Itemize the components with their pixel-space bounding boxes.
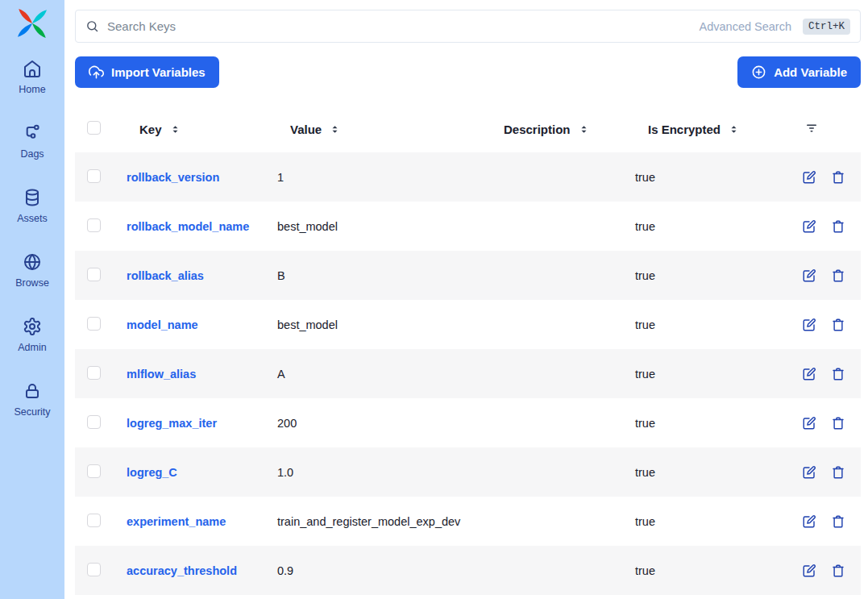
- row-checkbox[interactable]: [87, 366, 101, 380]
- column-header-actions: [768, 106, 861, 152]
- row-checkbox[interactable]: [87, 317, 101, 331]
- sidebar-item-security[interactable]: Security: [0, 381, 64, 418]
- variable-key-link[interactable]: rollback_model_name: [127, 220, 249, 233]
- variable-value: 1: [266, 152, 480, 202]
- variable-key-link[interactable]: rollback_alias: [127, 269, 204, 282]
- add-variable-button[interactable]: Add Variable: [737, 56, 861, 88]
- sort-icon[interactable]: [729, 124, 739, 135]
- assets-database-icon: [23, 188, 42, 207]
- variable-description: [480, 497, 624, 546]
- edit-pencil-icon: [802, 465, 816, 480]
- import-variables-label: Import Variables: [111, 65, 206, 79]
- sidebar-item-assets[interactable]: Assets: [0, 188, 64, 224]
- table-row: accuracy_threshold 0.9 true: [75, 546, 861, 595]
- edit-variable-button[interactable]: [802, 367, 816, 381]
- edit-pencil-icon: [802, 268, 816, 283]
- row-checkbox[interactable]: [87, 464, 101, 478]
- column-header-description[interactable]: Description: [480, 106, 624, 152]
- edit-variable-button[interactable]: [802, 170, 816, 185]
- row-checkbox[interactable]: [87, 563, 101, 576]
- delete-variable-button[interactable]: [831, 318, 845, 332]
- column-header-value[interactable]: Value: [266, 106, 480, 152]
- variable-description: [480, 546, 624, 595]
- edit-variable-button[interactable]: [802, 514, 816, 529]
- variable-value: 0.9: [266, 546, 480, 595]
- edit-variable-button[interactable]: [802, 219, 816, 234]
- trash-icon: [831, 170, 845, 185]
- app-window: Home Dags Assets Browse: [0, 0, 868, 599]
- row-checkbox[interactable]: [87, 415, 101, 429]
- edit-pencil-icon: [802, 170, 816, 185]
- variable-key-link[interactable]: accuracy_threshold: [127, 564, 237, 577]
- sidebar-item-label: Admin: [18, 342, 46, 353]
- row-checkbox[interactable]: [87, 218, 101, 232]
- edit-variable-button[interactable]: [802, 318, 816, 332]
- delete-variable-button[interactable]: [831, 219, 845, 234]
- edit-variable-button[interactable]: [802, 465, 816, 480]
- sidebar-nav: Home Dags Assets Browse: [0, 59, 64, 418]
- variable-is-encrypted: true: [624, 497, 768, 546]
- variable-is-encrypted: true: [624, 546, 768, 595]
- variable-description: [480, 202, 624, 251]
- edit-pencil-icon: [802, 318, 816, 332]
- advanced-search-link[interactable]: Advanced Search: [700, 20, 791, 33]
- variable-key-link[interactable]: model_name: [127, 318, 198, 331]
- sidebar-item-browse[interactable]: Browse: [0, 252, 64, 289]
- filter-icon[interactable]: [804, 121, 819, 135]
- trash-icon: [831, 219, 845, 234]
- sort-icon[interactable]: [170, 124, 181, 135]
- row-checkbox[interactable]: [87, 169, 101, 183]
- column-header-is-encrypted[interactable]: Is Encrypted: [624, 106, 768, 152]
- column-header-key[interactable]: Key: [115, 106, 266, 152]
- sidebar-item-home[interactable]: Home: [0, 59, 64, 95]
- delete-variable-button[interactable]: [831, 170, 845, 185]
- import-variables-button[interactable]: Import Variables: [75, 56, 219, 88]
- table-row: logreg_max_iter 200 true: [75, 398, 861, 447]
- row-checkbox[interactable]: [87, 268, 101, 281]
- sidebar-item-admin[interactable]: Admin: [0, 317, 64, 353]
- edit-pencil-icon: [802, 416, 816, 431]
- sidebar-item-dags[interactable]: Dags: [0, 123, 64, 160]
- variable-description: [480, 300, 624, 349]
- main-content: Advanced Search Ctrl+K Import Variables …: [64, 0, 868, 599]
- add-variable-label: Add Variable: [774, 65, 847, 79]
- plus-circle-icon: [751, 64, 766, 80]
- variable-value: train_and_register_model_exp_dev: [266, 497, 480, 546]
- sort-icon[interactable]: [330, 124, 340, 135]
- table-row: rollback_alias B true: [75, 251, 861, 300]
- select-all-checkbox[interactable]: [87, 121, 101, 135]
- variable-is-encrypted: true: [624, 202, 768, 251]
- variable-key-link[interactable]: logreg_max_iter: [127, 417, 217, 430]
- airflow-logo[interactable]: [15, 6, 50, 41]
- toolbar: Import Variables Add Variable: [75, 56, 861, 88]
- delete-variable-button[interactable]: [831, 564, 845, 578]
- delete-variable-button[interactable]: [831, 367, 845, 381]
- delete-variable-button[interactable]: [831, 268, 845, 283]
- variable-is-encrypted: true: [624, 447, 768, 497]
- delete-variable-button[interactable]: [831, 514, 845, 529]
- edit-pencil-icon: [802, 367, 816, 381]
- variable-key-link[interactable]: mlflow_alias: [127, 368, 196, 381]
- variable-key-link[interactable]: experiment_name: [127, 515, 226, 528]
- variable-key-link[interactable]: logreg_C: [127, 466, 177, 479]
- row-checkbox[interactable]: [87, 514, 101, 527]
- edit-variable-button[interactable]: [802, 268, 816, 283]
- variable-description: [480, 251, 624, 300]
- edit-variable-button[interactable]: [802, 416, 816, 431]
- edit-pencil-icon: [802, 219, 816, 234]
- airflow-pinwheel-icon: [15, 6, 50, 41]
- variable-description: [480, 349, 624, 398]
- sidebar-item-label: Home: [19, 84, 45, 95]
- trash-icon: [831, 416, 845, 431]
- table-header-row: Key Value: [75, 106, 861, 152]
- variable-value: 1.0: [266, 447, 480, 497]
- delete-variable-button[interactable]: [831, 416, 845, 431]
- edit-variable-button[interactable]: [802, 564, 816, 578]
- variable-key-link[interactable]: rollback_version: [127, 171, 219, 184]
- variable-is-encrypted: true: [624, 251, 768, 300]
- delete-variable-button[interactable]: [831, 465, 845, 480]
- search-input[interactable]: [107, 19, 700, 33]
- search-bar: Advanced Search Ctrl+K: [75, 10, 861, 43]
- sort-icon[interactable]: [579, 124, 589, 135]
- variable-value: A: [266, 349, 480, 398]
